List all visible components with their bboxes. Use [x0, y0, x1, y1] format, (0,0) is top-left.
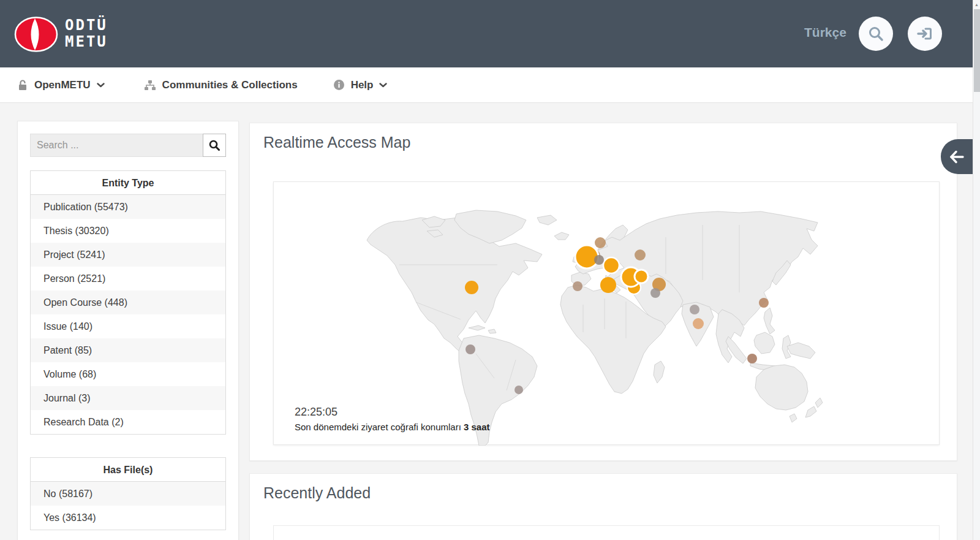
- dot-south-india: [693, 318, 704, 329]
- entity-type-option[interactable]: Journal (3): [31, 386, 225, 410]
- arrow-left-icon: [949, 150, 965, 164]
- search-icon: [867, 25, 884, 42]
- has-files-facet: Has File(s) No (58167)Yes (36134): [30, 457, 226, 530]
- dot-indonesia: [747, 354, 757, 363]
- sidebar-search: [30, 134, 226, 157]
- scrollbar-up-arrow[interactable]: ▲: [973, 0, 980, 9]
- dot-mumbai: [690, 305, 699, 314]
- nav-openmetu-label: OpenMETU: [34, 79, 91, 91]
- has-files-option[interactable]: No (58167): [31, 482, 225, 506]
- dot-china-coast: [759, 298, 769, 308]
- entity-type-option[interactable]: Thesis (30320): [31, 219, 225, 243]
- sitemap-icon: [144, 80, 156, 91]
- page-scrollbar[interactable]: ▲: [973, 0, 980, 540]
- chevron-down-icon: [97, 83, 105, 88]
- entity-type-option[interactable]: Volume (68): [31, 362, 225, 386]
- header-search-button[interactable]: [859, 17, 893, 51]
- dot-oslo: [595, 237, 606, 248]
- map-timestamp: 22:25:05: [295, 406, 490, 419]
- world-map-panel: 22:25:05 Son dönemdeki ziyaret coğrafi k…: [273, 181, 940, 445]
- dot-london: [575, 245, 598, 268]
- map-period-badge: 3 saat: [464, 422, 490, 432]
- has-files-option[interactable]: Yes (36134): [31, 506, 225, 530]
- entity-type-option[interactable]: Research Data (2): [31, 410, 225, 434]
- entity-type-option[interactable]: Publication (55473): [31, 195, 225, 219]
- entity-type-option[interactable]: Open Course (448): [31, 291, 225, 314]
- dot-ecuador: [466, 344, 475, 354]
- language-switch[interactable]: Türkçe: [804, 25, 846, 40]
- dot-moscow: [635, 249, 646, 260]
- search-submit-button[interactable]: [203, 134, 226, 157]
- entity-type-option[interactable]: Project (5241): [31, 243, 225, 267]
- map-subtitle: Son dönemdeki ziyaret coğrafi konumları …: [295, 422, 490, 432]
- dot-netherlands: [594, 255, 604, 265]
- info-icon: [333, 79, 345, 91]
- map-caption: 22:25:05 Son dönemdeki ziyaret coğrafi k…: [295, 406, 490, 432]
- has-files-rows: No (58167)Yes (36134): [31, 482, 225, 530]
- login-icon: [916, 25, 933, 42]
- openmetu-homepage: ODTÜ METU Türkçe OpenMETU: [0, 0, 980, 540]
- nav-help[interactable]: Help: [333, 79, 388, 91]
- scrollbar-thumb[interactable]: [974, 9, 980, 92]
- entity-type-option[interactable]: Patent (85): [31, 338, 225, 362]
- logo-line1: ODTÜ: [65, 17, 108, 34]
- has-files-header: Has File(s): [31, 458, 225, 482]
- nav-communities[interactable]: Communities & Collections: [144, 79, 298, 91]
- logo-line2: METU: [65, 34, 108, 50]
- dot-us-east: [465, 281, 478, 294]
- entity-type-facet: Entity Type Publication (55473)Thesis (3…: [30, 170, 226, 435]
- nav-help-label: Help: [351, 79, 374, 91]
- entity-type-rows: Publication (55473)Thesis (30320)Project…: [31, 195, 225, 434]
- dot-italy: [600, 277, 616, 293]
- chevron-down-icon: [379, 83, 387, 88]
- map-card-title: Realtime Access Map: [263, 134, 410, 151]
- main-navbar: OpenMETU Communities & Collections Help: [0, 67, 973, 103]
- nav-communities-label: Communities & Collections: [162, 79, 298, 91]
- sidebar-collapse-button[interactable]: [941, 139, 973, 174]
- dot-central-europe: [603, 257, 619, 273]
- header-login-button[interactable]: [908, 17, 942, 51]
- search-icon: [208, 139, 221, 151]
- filters-sidebar: Entity Type Publication (55473)Thesis (3…: [17, 121, 239, 540]
- search-input[interactable]: [30, 134, 203, 157]
- open-lock-icon: [17, 79, 28, 91]
- dot-mideast: [650, 288, 660, 298]
- dot-turkey-east: [635, 270, 648, 283]
- recently-added-title: Recently Added: [263, 484, 371, 502]
- top-header: ODTÜ METU Türkçe: [0, 0, 973, 67]
- dot-morocco: [573, 281, 582, 291]
- realtime-access-map-card: Realtime Access Map: [249, 123, 957, 461]
- dot-brazil: [514, 386, 523, 394]
- entity-type-option[interactable]: Issue (140): [31, 314, 225, 338]
- entity-type-option[interactable]: Person (2521): [31, 267, 225, 291]
- metu-logo[interactable]: [13, 16, 59, 53]
- nav-openmetu[interactable]: OpenMETU: [17, 79, 105, 91]
- recently-added-card: Recently Added: [249, 473, 957, 540]
- recently-added-panel: [273, 525, 940, 540]
- logo-wordmark: ODTÜ METU: [65, 17, 108, 50]
- entity-type-header: Entity Type: [31, 171, 225, 195]
